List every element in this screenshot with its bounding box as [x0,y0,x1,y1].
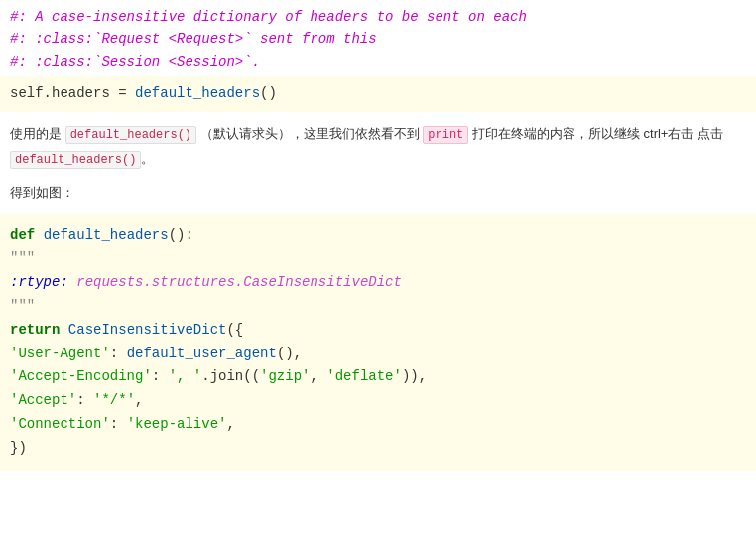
parens: () [260,85,277,101]
rtype-label: :rtype [10,274,60,290]
rtype-line: :rtype: requests.structures.CaseInsensit… [10,271,746,295]
inline-code-default-headers: default_headers() [65,126,196,144]
inline-code-print: print [423,126,468,144]
call-parens: (), [277,346,302,361]
comment-line-3: #: :class:`Session <Session>`. [10,51,746,72]
comment-block: #: A case-insensitive dictionary of head… [0,0,756,76]
open-brace: ({ [226,322,243,338]
comma4: , [226,416,234,432]
accept-encoding-key: 'Accept-Encoding' [10,368,152,384]
default-headers-call: default_headers [135,85,260,101]
self-headers-code-block: self.headers = default_headers() [0,76,756,112]
def-line: def default_headers(): [10,224,746,248]
prose-block-2: 得到如图： [0,177,756,213]
fn-parens-colon: (): [169,227,193,243]
def-keyword: def [10,227,35,243]
close-line: }) [10,437,746,461]
comment-line-1: #: A case-insensitive dictionary of head… [10,6,746,28]
accept-key: 'Accept' [10,392,76,408]
join-sep: ', ' [169,368,202,384]
default-user-agent-call: default_user_agent [127,346,277,361]
self-keyword: self [10,85,44,101]
assign: = [110,85,135,101]
dict-line-1: 'User-Agent': default_user_agent(), [10,343,746,366]
close-join: )), [402,368,427,384]
gzip: 'gzip' [260,368,310,384]
deflate: 'deflate' [326,368,402,384]
dict-line-2: 'Accept-Encoding': ', '.join(('gzip', 'd… [10,365,746,389]
docstring-close-text: """ [10,298,35,314]
return-keyword: return [10,322,60,338]
dot: . [44,85,52,101]
rtype-colon: : [60,274,76,290]
prose-result-text: 得到如图： [10,185,74,200]
comment-line-2: #: :class:`Request <Request>` sent from … [10,28,746,50]
space2 [60,322,67,338]
return-line: return CaseInsensitiveDict({ [10,319,746,343]
headers-attr: headers [52,85,110,101]
docstring-open: """ [10,247,746,271]
case-insensitive-dict-call: CaseInsensitiveDict [68,322,227,338]
docstring-open-text: """ [10,250,35,266]
prose-text-4: 。 [141,151,154,166]
colon-sp2: : [152,368,169,384]
comma3: , [135,392,143,408]
close-brace: }) [10,440,27,456]
dict-line-3: 'Accept': '*/*', [10,389,746,413]
connection-key: 'Connection' [10,416,110,432]
dot-join: .join(( [201,368,260,384]
colon-sp: : [110,346,127,361]
prose-text-3: 打印在终端的内容，所以继续 ctrl+右击 点击 [468,126,723,141]
prose-text-1: 使用的是 [10,126,65,141]
self-headers-line: self.headers = default_headers() [10,85,277,101]
rtype-value: requests.structures.CaseInsensitiveDict [76,274,402,290]
connection-value: 'keep-alive' [127,416,227,432]
prose-block-1: 使用的是 default_headers() （默认请求头），这里我们依然看不到… [0,112,756,177]
docstring-close: """ [10,295,746,319]
dict-line-4: 'Connection': 'keep-alive', [10,413,746,437]
prose-text-2: （默认请求头），这里我们依然看不到 [196,126,423,141]
space [35,227,43,243]
inline-code-default-headers-2: default_headers() [10,151,141,169]
accept-value: '*/*' [93,392,135,408]
comma-gzip: , [310,368,326,384]
default-headers-fn-name: default_headers [44,227,169,243]
user-agent-key: 'User-Agent' [10,346,110,361]
colon-sp3: : [76,392,93,408]
colon-sp4: : [110,416,127,432]
def-block: def default_headers(): """ :rtype: reque… [0,214,756,471]
